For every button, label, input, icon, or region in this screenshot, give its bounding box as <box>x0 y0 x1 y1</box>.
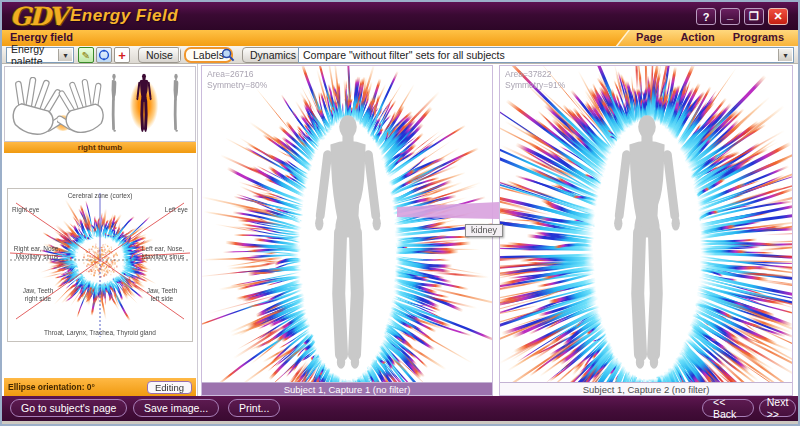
dynamics-button[interactable]: Dynamics <box>242 47 304 63</box>
body-silhouette-2 <box>599 112 695 390</box>
capture-2-caption[interactable]: Subject 1, Capture 2 (no filter) <box>500 382 792 395</box>
left-hand-icon[interactable] <box>11 77 63 139</box>
body-silhouette-1 <box>300 112 396 390</box>
menu-item-programs[interactable]: Programs <box>733 31 784 43</box>
compare-select[interactable]: Compare "without filter" sets for all su… <box>298 47 794 63</box>
palette-select[interactable]: Energy palette ▾ <box>6 47 74 63</box>
diagram-label-jaw-left: Jaw, Teeth left side <box>140 287 184 303</box>
diagram-label-left-ear: Left ear, Nose, Maxillary sinus <box>135 245 191 261</box>
content-area: right thumb Cerebral zone (cortex) Right… <box>2 64 798 396</box>
menu-item-page[interactable]: Page <box>636 31 662 43</box>
menu-item-action[interactable]: Action <box>680 31 714 43</box>
menu-items: Page Action Programs <box>636 31 784 43</box>
capture-1-symmetry: Symmetry=80% <box>207 80 267 91</box>
kidney-tooltip: kidney <box>465 224 503 237</box>
toolbar-separator <box>178 48 179 61</box>
diagram-label-cerebral: Cerebral zone (cortex) <box>8 192 192 200</box>
sidebar: right thumb Cerebral zone (cortex) Right… <box>2 64 198 396</box>
noise-button[interactable]: Noise <box>138 47 181 63</box>
menu-bar: Energy field Page Action Programs <box>2 30 798 46</box>
close-icon[interactable]: ✕ <box>768 8 788 25</box>
sector-diagram: Cerebral zone (cortex) Right eye Left ey… <box>7 188 193 342</box>
selected-part-bar: right thumb <box>4 142 196 153</box>
minimize-icon[interactable]: _ <box>720 8 740 25</box>
diagram-label-right-eye: Right eye <box>12 206 39 214</box>
next-button[interactable]: Next >> <box>759 399 796 417</box>
capture-2-symmetry: Symmetry=91% <box>505 80 565 91</box>
save-image-button[interactable]: Save image... <box>133 399 219 417</box>
page-title: Energy field <box>10 31 73 43</box>
zoom-icon[interactable] <box>220 47 236 63</box>
logo-gdv: GDV <box>10 2 66 31</box>
diagram-label-left-eye: Left eye <box>165 206 188 214</box>
body-side-left-icon[interactable] <box>106 73 122 137</box>
app-window: GDV Energy Field ? _ ❐ ✕ Energy field Pa… <box>0 0 800 426</box>
capture-1-stats: Area=26716 Symmetry=80% <box>207 69 267 91</box>
restore-icon[interactable]: ❐ <box>744 8 764 25</box>
editing-button[interactable]: Editing <box>147 381 192 394</box>
zoom-glyph <box>221 48 235 62</box>
diagram-label-right-ear: Right ear, Nose, Maxillary sinus <box>9 245 65 261</box>
capture-2-area: Area=37822 <box>505 69 565 80</box>
diagram-label-jaw-right: Jaw, Teeth right side <box>16 287 60 303</box>
window-controls: ? _ ❐ ✕ <box>696 8 788 25</box>
capture-1-area: Area=26716 <box>207 69 267 80</box>
print-button[interactable]: Print... <box>228 399 280 417</box>
ellipse-orientation-label: Ellipse orientation: 0° <box>8 382 147 392</box>
app-logo: GDV Energy Field <box>10 3 178 29</box>
logo-title: Energy Field <box>70 6 178 26</box>
diagram-label-throat: Throat, Larynx, Trachea, Thyroid gland <box>8 329 192 337</box>
toolbar: Energy palette ▾ ✎ + Noise Labels Dynami… <box>2 46 798 64</box>
dropdown-arrow-icon: ▾ <box>58 49 72 61</box>
capture-2-stats: Area=37822 Symmetry=91% <box>505 69 565 91</box>
body-front-selected-icon[interactable] <box>132 73 156 137</box>
capture-panel-1[interactable]: Area=26716 Symmetry=80% Subject 1, Captu… <box>201 65 493 396</box>
compare-select-value: Compare "without filter" sets for all su… <box>303 49 505 61</box>
ellipse-orientation-bar: Ellipse orientation: 0° Editing <box>4 378 196 396</box>
body-side-right-icon[interactable] <box>168 73 184 137</box>
edit-palette-icon[interactable]: ✎ <box>78 47 94 63</box>
titlebar: GDV Energy Field ? _ ❐ ✕ <box>2 2 798 30</box>
dropdown-arrow-icon: ▾ <box>778 49 792 61</box>
help-icon[interactable]: ? <box>696 8 716 25</box>
back-button[interactable]: << Back <box>702 399 754 417</box>
sectors-icon[interactable] <box>96 47 112 63</box>
goto-subject-page-button[interactable]: Go to subject's page <box>10 399 127 417</box>
sectors-glyph <box>98 49 110 61</box>
capture-panel-2[interactable]: Area=37822 Symmetry=91% Subject 1, Captu… <box>499 65 793 396</box>
selected-part-label: right thumb <box>78 143 122 152</box>
body-part-selector <box>4 66 196 142</box>
capture-1-caption[interactable]: Subject 1, Capture 1 (no filter) <box>202 382 492 395</box>
right-hand-icon[interactable] <box>57 77 105 139</box>
footer-bar: Go to subject's page Save image... Print… <box>2 396 798 421</box>
red-cross-icon[interactable]: + <box>114 47 130 63</box>
